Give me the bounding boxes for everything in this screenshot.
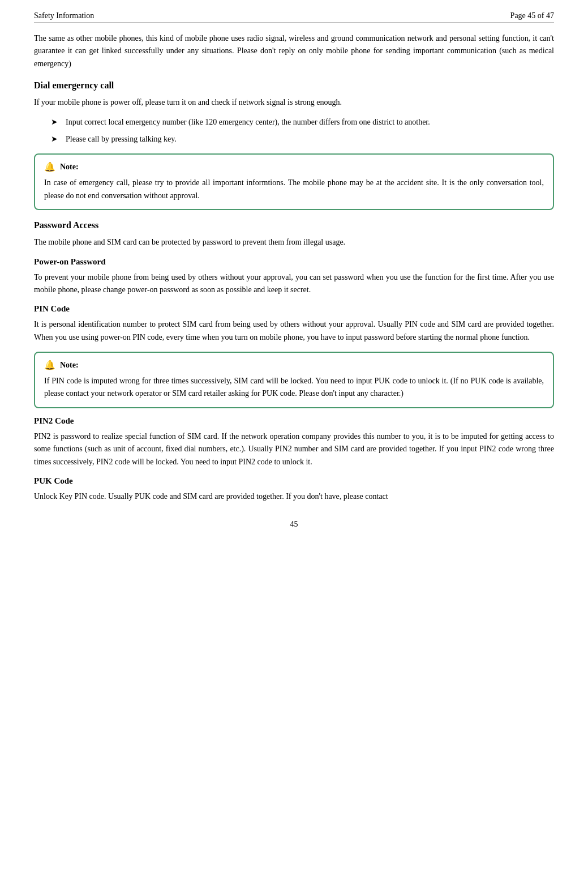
header-right: Page 45 of 47 bbox=[510, 11, 554, 20]
note-pin-title-text: Note: bbox=[60, 361, 79, 370]
page-header: Safety Information Page 45 of 47 bbox=[34, 11, 554, 23]
dial-emergency-heading: Dial emergerncy call bbox=[34, 80, 554, 91]
poweron-paragraph: To prevent your mobile phone from being … bbox=[34, 271, 554, 297]
header-left: Safety Information bbox=[34, 11, 94, 20]
intro-paragraph: The same as other mobile phones, this ki… bbox=[34, 32, 554, 70]
bullet-arrow-1: ➤ bbox=[51, 116, 60, 129]
puk-heading: PUK Code bbox=[34, 476, 554, 486]
note-pin-title: 🔔 Note: bbox=[44, 360, 544, 370]
dial-paragraph: If your mobile phone is power off, pleas… bbox=[34, 96, 554, 109]
note-bell-icon: 🔔 bbox=[44, 161, 55, 172]
bullet-item-2: ➤ Please call by pressing talking key. bbox=[51, 133, 554, 146]
pin-heading: PIN Code bbox=[34, 304, 554, 314]
bullet-text-1: Input correct local emergency number (li… bbox=[66, 116, 430, 129]
bullet-item-1: ➤ Input correct local emergency number (… bbox=[51, 116, 554, 129]
page-footer: 45 bbox=[34, 520, 554, 529]
pin-paragraph: It is personal identification number to … bbox=[34, 318, 554, 344]
password-paragraph: The mobile phone and SIM card can be pro… bbox=[34, 236, 554, 249]
page-number: 45 bbox=[290, 520, 298, 528]
password-access-heading: Password Access bbox=[34, 220, 554, 230]
pin2-heading: PIN2 Code bbox=[34, 416, 554, 426]
note-emergency-title: 🔔 Note: bbox=[44, 161, 544, 172]
note-pin-box: 🔔 Note: If PIN code is imputed wrong for… bbox=[34, 352, 554, 408]
note-pin-bell-icon: 🔔 bbox=[44, 360, 55, 370]
bullet-arrow-2: ➤ bbox=[51, 133, 60, 146]
note-emergency-title-text: Note: bbox=[60, 163, 79, 172]
poweron-heading: Power-on Password bbox=[34, 257, 554, 267]
note-emergency-body: In case of emergency call, please try to… bbox=[44, 177, 544, 202]
pin2-paragraph: PIN2 is password to realize special func… bbox=[34, 430, 554, 468]
note-pin-body: If PIN code is imputed wrong for three t… bbox=[44, 375, 544, 400]
note-emergency-box: 🔔 Note: In case of emergency call, pleas… bbox=[34, 153, 554, 210]
puk-paragraph: Unlock Key PIN code. Usually PUK code an… bbox=[34, 490, 554, 503]
bullet-text-2: Please call by pressing talking key. bbox=[66, 133, 177, 146]
